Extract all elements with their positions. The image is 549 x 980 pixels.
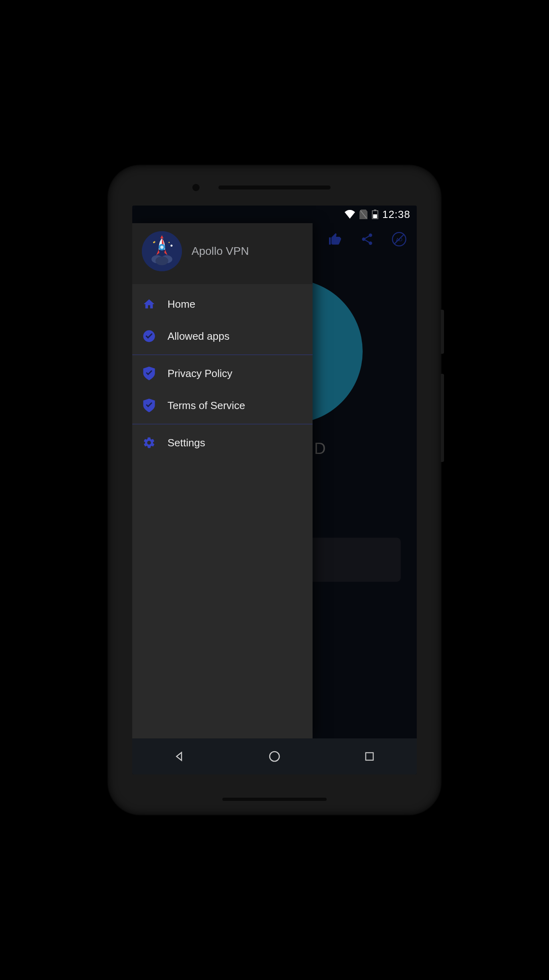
speaker: [222, 798, 327, 801]
drawer-item-home[interactable]: Home: [132, 288, 313, 320]
android-nav-bar: [132, 738, 417, 774]
svg-point-12: [160, 246, 163, 249]
drawer-item-label: Allowed apps: [168, 330, 230, 343]
svg-text:AD: AD: [396, 237, 402, 242]
drawer-item-label: Privacy Policy: [168, 367, 232, 380]
home-button[interactable]: [266, 748, 283, 765]
svg-point-10: [169, 242, 170, 243]
svg-point-9: [171, 245, 173, 247]
drawer-item-settings[interactable]: Settings: [132, 427, 313, 459]
volume-button: [441, 374, 444, 462]
share-icon[interactable]: [359, 231, 375, 247]
gear-icon: [142, 436, 156, 450]
phone-frame: 12:38 AD ED: [108, 165, 441, 815]
svg-rect-3: [373, 214, 377, 218]
home-icon: [142, 297, 156, 311]
no-sim-icon: [359, 210, 368, 219]
shield-check-icon: [142, 366, 156, 381]
no-ads-icon[interactable]: AD: [391, 231, 407, 247]
recents-button[interactable]: [361, 748, 378, 765]
navigation-drawer: Apollo VPN Home Allowed apps: [132, 223, 313, 738]
svg-rect-2: [374, 210, 376, 211]
wifi-icon: [345, 210, 355, 219]
battery-icon: [372, 210, 378, 219]
drawer-header: Apollo VPN: [132, 223, 313, 284]
drawer-item-privacy[interactable]: Privacy Policy: [132, 357, 313, 389]
screen: 12:38 AD ED: [132, 206, 417, 774]
thumbs-up-icon[interactable]: [327, 231, 343, 247]
app-logo-icon: [142, 231, 182, 271]
svg-point-15: [155, 256, 168, 265]
shield-check-icon: [142, 398, 156, 413]
app-title: Apollo VPN: [192, 245, 249, 258]
back-button[interactable]: [171, 748, 188, 765]
status-bar: 12:38: [132, 206, 417, 223]
clock: 12:38: [382, 208, 410, 221]
drawer-item-label: Home: [168, 298, 195, 311]
drawer-item-terms[interactable]: Terms of Service: [132, 389, 313, 421]
drawer-list: Home Allowed apps Privacy Policy: [132, 284, 313, 738]
drawer-item-allowed-apps[interactable]: Allowed apps: [132, 320, 313, 352]
check-circle-icon: [142, 329, 156, 343]
divider: [132, 355, 313, 355]
svg-rect-18: [365, 753, 373, 760]
svg-point-17: [270, 752, 279, 761]
drawer-item-label: Settings: [168, 437, 205, 449]
power-button: [441, 310, 444, 354]
drawer-item-label: Terms of Service: [168, 399, 245, 412]
divider: [132, 424, 313, 424]
